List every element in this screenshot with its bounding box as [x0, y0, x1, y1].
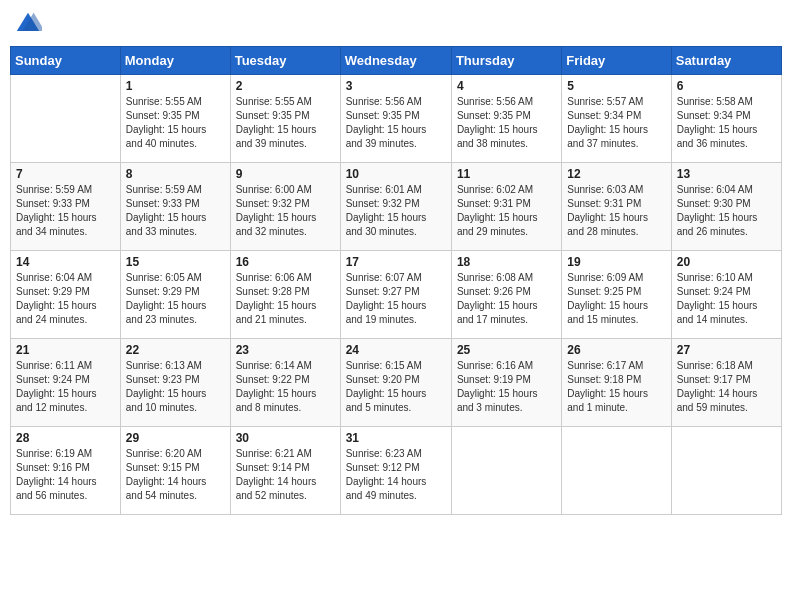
day-info: Sunrise: 6:13 AM Sunset: 9:23 PM Dayligh… [126, 359, 225, 415]
day-info: Sunrise: 6:06 AM Sunset: 9:28 PM Dayligh… [236, 271, 335, 327]
calendar-cell: 9Sunrise: 6:00 AM Sunset: 9:32 PM Daylig… [230, 163, 340, 251]
day-number: 22 [126, 343, 225, 357]
day-number: 27 [677, 343, 776, 357]
calendar-cell: 4Sunrise: 5:56 AM Sunset: 9:35 PM Daylig… [451, 75, 561, 163]
day-info: Sunrise: 6:02 AM Sunset: 9:31 PM Dayligh… [457, 183, 556, 239]
calendar-cell: 21Sunrise: 6:11 AM Sunset: 9:24 PM Dayli… [11, 339, 121, 427]
day-number: 21 [16, 343, 115, 357]
day-info: Sunrise: 6:17 AM Sunset: 9:18 PM Dayligh… [567, 359, 665, 415]
logo [14, 10, 46, 38]
day-number: 1 [126, 79, 225, 93]
day-info: Sunrise: 5:56 AM Sunset: 9:35 PM Dayligh… [346, 95, 446, 151]
calendar-cell: 12Sunrise: 6:03 AM Sunset: 9:31 PM Dayli… [562, 163, 671, 251]
day-number: 5 [567, 79, 665, 93]
day-info: Sunrise: 6:09 AM Sunset: 9:25 PM Dayligh… [567, 271, 665, 327]
calendar-cell: 2Sunrise: 5:55 AM Sunset: 9:35 PM Daylig… [230, 75, 340, 163]
day-info: Sunrise: 5:59 AM Sunset: 9:33 PM Dayligh… [16, 183, 115, 239]
calendar-cell: 28Sunrise: 6:19 AM Sunset: 9:16 PM Dayli… [11, 427, 121, 515]
calendar-cell: 10Sunrise: 6:01 AM Sunset: 9:32 PM Dayli… [340, 163, 451, 251]
day-number: 13 [677, 167, 776, 181]
calendar-cell: 30Sunrise: 6:21 AM Sunset: 9:14 PM Dayli… [230, 427, 340, 515]
calendar-cell: 11Sunrise: 6:02 AM Sunset: 9:31 PM Dayli… [451, 163, 561, 251]
day-info: Sunrise: 6:10 AM Sunset: 9:24 PM Dayligh… [677, 271, 776, 327]
day-info: Sunrise: 5:55 AM Sunset: 9:35 PM Dayligh… [126, 95, 225, 151]
day-number: 12 [567, 167, 665, 181]
calendar-cell: 14Sunrise: 6:04 AM Sunset: 9:29 PM Dayli… [11, 251, 121, 339]
calendar-day-header: Friday [562, 47, 671, 75]
day-number: 24 [346, 343, 446, 357]
day-number: 11 [457, 167, 556, 181]
day-number: 9 [236, 167, 335, 181]
day-info: Sunrise: 6:21 AM Sunset: 9:14 PM Dayligh… [236, 447, 335, 503]
day-number: 14 [16, 255, 115, 269]
day-info: Sunrise: 6:14 AM Sunset: 9:22 PM Dayligh… [236, 359, 335, 415]
calendar-cell: 18Sunrise: 6:08 AM Sunset: 9:26 PM Dayli… [451, 251, 561, 339]
day-number: 16 [236, 255, 335, 269]
day-info: Sunrise: 6:04 AM Sunset: 9:30 PM Dayligh… [677, 183, 776, 239]
day-info: Sunrise: 6:16 AM Sunset: 9:19 PM Dayligh… [457, 359, 556, 415]
calendar-cell: 16Sunrise: 6:06 AM Sunset: 9:28 PM Dayli… [230, 251, 340, 339]
calendar-week-row: 21Sunrise: 6:11 AM Sunset: 9:24 PM Dayli… [11, 339, 782, 427]
calendar-cell: 8Sunrise: 5:59 AM Sunset: 9:33 PM Daylig… [120, 163, 230, 251]
day-info: Sunrise: 6:23 AM Sunset: 9:12 PM Dayligh… [346, 447, 446, 503]
day-info: Sunrise: 5:57 AM Sunset: 9:34 PM Dayligh… [567, 95, 665, 151]
calendar-cell: 6Sunrise: 5:58 AM Sunset: 9:34 PM Daylig… [671, 75, 781, 163]
day-number: 6 [677, 79, 776, 93]
calendar-cell: 1Sunrise: 5:55 AM Sunset: 9:35 PM Daylig… [120, 75, 230, 163]
calendar-cell [451, 427, 561, 515]
day-info: Sunrise: 5:58 AM Sunset: 9:34 PM Dayligh… [677, 95, 776, 151]
calendar-cell: 19Sunrise: 6:09 AM Sunset: 9:25 PM Dayli… [562, 251, 671, 339]
day-number: 3 [346, 79, 446, 93]
calendar-day-header: Thursday [451, 47, 561, 75]
calendar-cell [11, 75, 121, 163]
day-info: Sunrise: 6:18 AM Sunset: 9:17 PM Dayligh… [677, 359, 776, 415]
calendar-day-header: Monday [120, 47, 230, 75]
day-number: 20 [677, 255, 776, 269]
day-info: Sunrise: 5:56 AM Sunset: 9:35 PM Dayligh… [457, 95, 556, 151]
day-number: 17 [346, 255, 446, 269]
day-number: 25 [457, 343, 556, 357]
calendar-cell: 29Sunrise: 6:20 AM Sunset: 9:15 PM Dayli… [120, 427, 230, 515]
page-header [10, 10, 782, 38]
day-number: 26 [567, 343, 665, 357]
calendar-week-row: 28Sunrise: 6:19 AM Sunset: 9:16 PM Dayli… [11, 427, 782, 515]
calendar-day-header: Tuesday [230, 47, 340, 75]
day-info: Sunrise: 6:04 AM Sunset: 9:29 PM Dayligh… [16, 271, 115, 327]
day-number: 4 [457, 79, 556, 93]
calendar-cell: 27Sunrise: 6:18 AM Sunset: 9:17 PM Dayli… [671, 339, 781, 427]
calendar-cell: 26Sunrise: 6:17 AM Sunset: 9:18 PM Dayli… [562, 339, 671, 427]
day-info: Sunrise: 6:20 AM Sunset: 9:15 PM Dayligh… [126, 447, 225, 503]
day-number: 28 [16, 431, 115, 445]
calendar-cell: 24Sunrise: 6:15 AM Sunset: 9:20 PM Dayli… [340, 339, 451, 427]
day-number: 18 [457, 255, 556, 269]
day-number: 7 [16, 167, 115, 181]
calendar-cell: 31Sunrise: 6:23 AM Sunset: 9:12 PM Dayli… [340, 427, 451, 515]
calendar-day-header: Sunday [11, 47, 121, 75]
day-info: Sunrise: 6:03 AM Sunset: 9:31 PM Dayligh… [567, 183, 665, 239]
day-info: Sunrise: 6:15 AM Sunset: 9:20 PM Dayligh… [346, 359, 446, 415]
day-number: 10 [346, 167, 446, 181]
calendar-cell: 5Sunrise: 5:57 AM Sunset: 9:34 PM Daylig… [562, 75, 671, 163]
calendar-cell: 25Sunrise: 6:16 AM Sunset: 9:19 PM Dayli… [451, 339, 561, 427]
day-info: Sunrise: 6:01 AM Sunset: 9:32 PM Dayligh… [346, 183, 446, 239]
day-number: 31 [346, 431, 446, 445]
calendar-cell [562, 427, 671, 515]
calendar-cell: 13Sunrise: 6:04 AM Sunset: 9:30 PM Dayli… [671, 163, 781, 251]
day-info: Sunrise: 5:59 AM Sunset: 9:33 PM Dayligh… [126, 183, 225, 239]
calendar-table: SundayMondayTuesdayWednesdayThursdayFrid… [10, 46, 782, 515]
calendar-cell: 7Sunrise: 5:59 AM Sunset: 9:33 PM Daylig… [11, 163, 121, 251]
day-info: Sunrise: 6:00 AM Sunset: 9:32 PM Dayligh… [236, 183, 335, 239]
calendar-day-header: Saturday [671, 47, 781, 75]
day-info: Sunrise: 6:05 AM Sunset: 9:29 PM Dayligh… [126, 271, 225, 327]
calendar-cell: 22Sunrise: 6:13 AM Sunset: 9:23 PM Dayli… [120, 339, 230, 427]
calendar-cell: 20Sunrise: 6:10 AM Sunset: 9:24 PM Dayli… [671, 251, 781, 339]
calendar-cell: 23Sunrise: 6:14 AM Sunset: 9:22 PM Dayli… [230, 339, 340, 427]
calendar-cell [671, 427, 781, 515]
day-number: 29 [126, 431, 225, 445]
calendar-week-row: 7Sunrise: 5:59 AM Sunset: 9:33 PM Daylig… [11, 163, 782, 251]
day-number: 2 [236, 79, 335, 93]
calendar-cell: 3Sunrise: 5:56 AM Sunset: 9:35 PM Daylig… [340, 75, 451, 163]
day-number: 19 [567, 255, 665, 269]
day-number: 30 [236, 431, 335, 445]
calendar-header-row: SundayMondayTuesdayWednesdayThursdayFrid… [11, 47, 782, 75]
